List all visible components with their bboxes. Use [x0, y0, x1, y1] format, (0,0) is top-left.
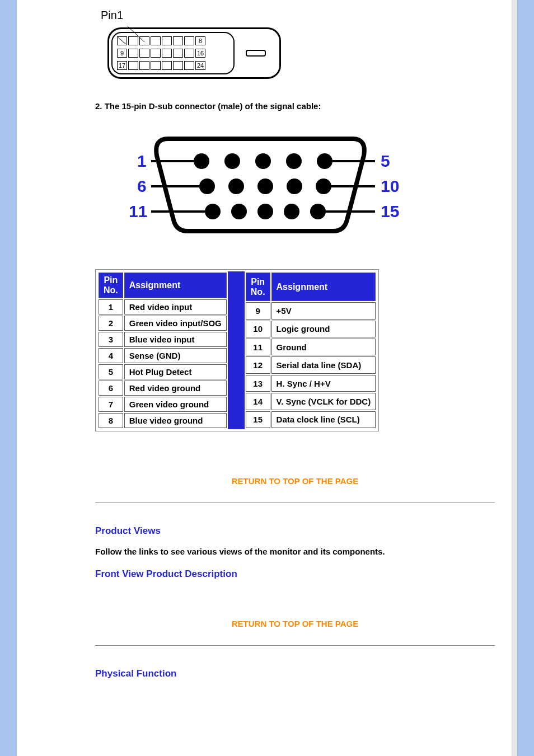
pin-assignment: Red video ground — [124, 381, 227, 396]
table-header-pin: Pin No. — [99, 273, 123, 298]
pin-assignment: Sense (GND) — [124, 348, 227, 363]
table-row: 5Hot Plug Detect — [99, 364, 227, 379]
table-row: 3Blue video input — [99, 332, 227, 347]
pin-number: 13 — [246, 375, 270, 392]
table-header-assignment: Assignment — [271, 273, 376, 301]
return-to-top-link[interactable]: RETURN TO TOP OF THE PAGE — [232, 476, 358, 486]
svg-point-11 — [316, 179, 331, 194]
svg-point-9 — [257, 179, 273, 194]
dvi-pin — [184, 61, 194, 70]
svg-point-10 — [287, 179, 302, 194]
dvi-pin-16: 16 — [195, 49, 205, 58]
pin-assignment-tables: Pin No. Assignment 1Red video input2Gree… — [95, 269, 379, 431]
svg-point-12 — [205, 204, 221, 219]
dvi-pin — [162, 49, 172, 58]
pin-assignment: Data clock line (SCL) — [271, 411, 376, 428]
table-row: 11Ground — [246, 339, 376, 355]
table-row: 15Data clock line (SCL) — [246, 411, 376, 428]
pin-number: 11 — [246, 339, 270, 355]
pin-assignment: Green video input/SOG — [124, 316, 227, 331]
pin-assignment: V. Sync (VCLK for DDC) — [271, 393, 376, 410]
dvi-pin — [128, 49, 138, 58]
dvi-pin — [128, 36, 138, 45]
dvi-pin — [162, 61, 172, 70]
svg-point-7 — [199, 179, 215, 194]
dvi-pin — [151, 49, 161, 58]
product-views-title: Product Views — [95, 525, 495, 537]
table-row: 7Green video ground — [99, 397, 227, 412]
divider — [95, 645, 495, 646]
pin-assignment: Blue video ground — [124, 413, 227, 428]
dsub-connector-figure: 1 6 11 5 10 15 — [112, 128, 409, 240]
pin-table-right: Pin No. Assignment 9+5V10Logic ground11G… — [245, 271, 377, 429]
svg-point-13 — [231, 204, 247, 219]
dvi-connector-figure: 8 9 16 17 — [107, 27, 495, 79]
scrollbar-gutter — [512, 0, 517, 756]
pin-assignment: H. Sync / H+V — [271, 375, 376, 392]
return-to-top-link[interactable]: RETURN TO TOP OF THE PAGE — [232, 619, 358, 628]
pin-number: 3 — [99, 332, 123, 347]
pin-assignment: Ground — [271, 339, 376, 355]
dvi-pin — [139, 49, 149, 58]
table-row: 9+5V — [246, 302, 376, 319]
table-row: 12Serial data line (SDA) — [246, 356, 376, 373]
svg-point-4 — [255, 153, 271, 169]
dsub-label-6: 6 — [137, 177, 147, 195]
dsub-label-5: 5 — [381, 152, 390, 170]
product-views-text: Follow the links to see various views of… — [95, 547, 495, 556]
dsub-label-10: 10 — [381, 177, 399, 195]
table-header-pin: Pin No. — [246, 273, 270, 301]
svg-point-16 — [310, 204, 326, 219]
pin-assignment: Blue video input — [124, 332, 227, 347]
dvi-pin — [173, 61, 183, 70]
table-row: 14V. Sync (VCLK for DDC) — [246, 393, 376, 410]
svg-point-3 — [224, 153, 240, 169]
dvi-pin-1 — [117, 36, 127, 45]
dsub-label-15: 15 — [381, 202, 399, 220]
pin-number: 8 — [99, 413, 123, 428]
front-view-link[interactable]: Front View Product Description — [95, 569, 237, 579]
dvi-pin — [139, 36, 149, 45]
dvi-pin-9: 9 — [117, 49, 127, 58]
svg-point-2 — [194, 153, 209, 169]
dvi-pin — [151, 36, 161, 45]
svg-line-1 — [118, 37, 126, 44]
dvi-pin — [128, 61, 138, 70]
pin-assignment: +5V — [271, 302, 376, 319]
pin-number: 9 — [246, 302, 270, 319]
dvi-blade-pin — [246, 50, 266, 57]
dvi-pin — [151, 61, 161, 70]
pin-number: 12 — [246, 356, 270, 373]
pin-number: 10 — [246, 321, 270, 337]
pin-number: 2 — [99, 316, 123, 331]
dvi-pin — [184, 49, 194, 58]
svg-point-6 — [317, 153, 332, 169]
dvi-pin-24: 24 — [195, 61, 205, 70]
table-divider — [228, 271, 245, 429]
pin-number: 7 — [99, 397, 123, 412]
svg-point-15 — [284, 204, 299, 219]
pin-number: 15 — [246, 411, 270, 428]
pin-number: 4 — [99, 348, 123, 363]
dvi-pin — [162, 36, 172, 45]
dsub-heading: 2. The 15-pin D-sub connector (male) of … — [95, 101, 495, 111]
table-row: 1Red video input — [99, 299, 227, 314]
dsub-label-11: 11 — [129, 202, 147, 220]
svg-point-14 — [257, 204, 273, 219]
physical-function-title: Physical Function — [95, 668, 495, 679]
dvi-pin — [173, 36, 183, 45]
pin-number: 14 — [246, 393, 270, 410]
dvi-pin-8: 8 — [195, 36, 205, 45]
pin-number: 5 — [99, 364, 123, 379]
pin-table-left: Pin No. Assignment 1Red video input2Gree… — [97, 271, 228, 429]
pin-assignment: Hot Plug Detect — [124, 364, 227, 379]
svg-point-5 — [286, 153, 302, 169]
table-row: 6Red video ground — [99, 381, 227, 396]
dvi-pin — [184, 36, 194, 45]
table-row: 2Green video input/SOG — [99, 316, 227, 331]
pin-assignment: Red video input — [124, 299, 227, 314]
pin-assignment: Serial data line (SDA) — [271, 356, 376, 373]
pin-number: 6 — [99, 381, 123, 396]
dsub-label-1: 1 — [137, 152, 147, 170]
pin-assignment: Logic ground — [271, 321, 376, 337]
